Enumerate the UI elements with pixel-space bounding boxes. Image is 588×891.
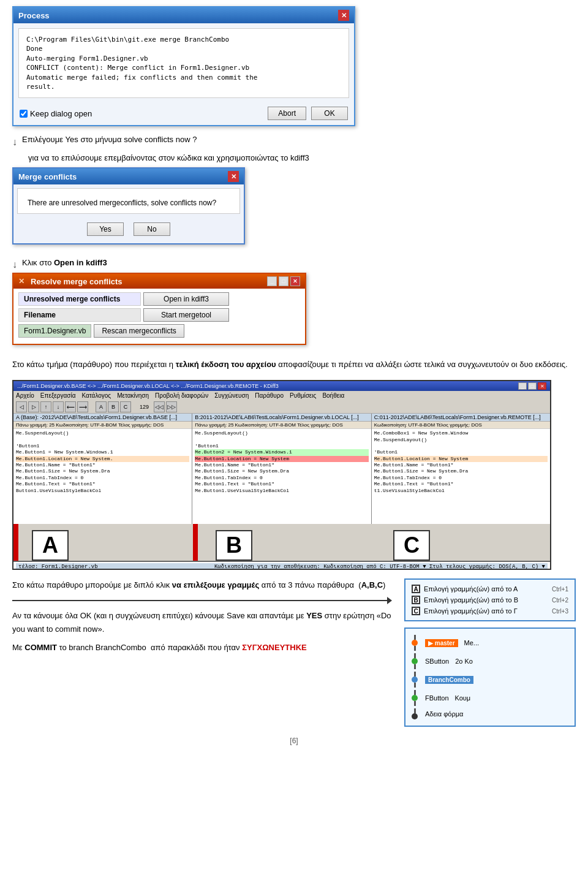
branch-line-bottom [414, 646, 416, 651]
keep-dialog-open-label: Keep dialog open [30, 109, 92, 118]
branch-connector-e [412, 708, 418, 719]
open-kdiff-button[interactable]: Open in kdiff3 [143, 292, 229, 306]
resolve-title: Resolve merge conflicts [31, 277, 263, 286]
code-line-conflict: Me.Button1.Location = New System [195, 456, 368, 462]
text-section-1: ↓ Επιλέγουμε Yes στο μήνυμα solve confli… [0, 126, 588, 153]
process-dialog-section: Process ✕ C:\Program Files\Git\bin\git.e… [0, 0, 588, 126]
toolbar-btn-7[interactable]: A [96, 401, 107, 412]
code-line: 'Button1 [374, 449, 548, 455]
kdiff-pane-c-code: Me.ComboBox1 = New System.Window Me.Susp… [372, 429, 550, 495]
toolbar-btn-8[interactable]: B [108, 401, 119, 412]
code-line [374, 443, 548, 449]
resolve-filename-header-row: Filename Start mergetool [18, 308, 300, 322]
toolbar-btn-6[interactable]: ⟶ [77, 401, 88, 412]
menu-catalog[interactable]: Κατάλογος [81, 392, 111, 399]
branch-line-bc-bottom [414, 683, 416, 688]
lower-yes: YES [306, 611, 322, 620]
toolbar-btn-4[interactable]: ↓ [53, 401, 64, 412]
branch-master-extra: Me... [464, 639, 479, 646]
maximize-icon[interactable]: □ [279, 276, 288, 286]
toolbar-btn-5[interactable]: ⟵ [65, 401, 76, 412]
branch-dot-e [412, 713, 418, 719]
lower-columns: Στο κάτω παράθυρο μπορούμε με διπλό κλικ… [0, 575, 588, 730]
lower-bold-1: να επιλέξουμε γραμμές [172, 580, 259, 590]
code-line: Me.Button1.Name = "Button1" [374, 462, 548, 468]
code-line: Me.Button1.Size = New System.Dra [374, 468, 548, 474]
keep-dialog-open-checkbox[interactable] [20, 110, 28, 118]
abort-button[interactable]: Abort [268, 107, 306, 120]
merge-conflicts-close-button[interactable]: ✕ [228, 171, 239, 182]
ok-button[interactable]: OK [311, 107, 348, 120]
kdiff-pane-b-code: Me.SuspendLayout() 'Button1 Me.Button2 =… [192, 429, 371, 495]
kdiff-pane-a: A (Base): -2012\ADE\AB\TestLocals\Form1.… [13, 414, 192, 524]
menu-help[interactable]: Βοήθεια [322, 392, 344, 399]
process-dialog-body: C:\Program Files\Git\bin\git.exe merge B… [18, 28, 349, 98]
branch-row-empty: Αδεια φόρμα [412, 707, 568, 721]
code-line: Me.Button1.Text = "Button1" [16, 481, 189, 487]
branch-line-s-bottom [414, 664, 416, 669]
branch-row-master: ▶ master Me... [412, 634, 568, 652]
branch-line-e-top [414, 708, 416, 713]
branch-dot-f [412, 695, 418, 701]
text2-full: για να το επιλύσουμε επεμβαίνοντας στον … [28, 153, 309, 162]
code-line: Me.Button1.Name = "Button1" [195, 462, 368, 468]
menu-file[interactable]: Αρχείο [16, 392, 34, 399]
rescan-button[interactable]: Rescan mergeconflicts [94, 324, 184, 338]
code-line: Me.Button1.Name = "Button1" [16, 462, 189, 468]
code-line: Me.Button1.Text = "Button1" [374, 481, 548, 487]
resolve-dialog: ✕ Resolve merge conflicts _ □ ✕ Unresolv… [12, 273, 306, 345]
code-line: 'Button1 [195, 443, 368, 449]
bottom-header-mid: Κωδικοποίηση για την αποθήκευση: Κωδικοπ… [214, 564, 545, 570]
branch-empty-label: Αδεια φόρμα [425, 710, 463, 718]
toolbar-btn-9[interactable]: C [120, 401, 131, 412]
merge-no-button[interactable]: No [134, 222, 170, 236]
branch-diagram: ▶ master Me... SButton 2ο Κο BranchCom [404, 627, 576, 727]
toolbar-btn-2[interactable]: ▷ [28, 401, 39, 412]
kdiff-maximize[interactable]: □ [528, 382, 537, 390]
toolbar-btn-1[interactable]: ◁ [16, 401, 27, 412]
code-line: 'Button1 [16, 443, 189, 449]
resolve-subtitle: Unresolved merge conflicts [18, 292, 141, 306]
kdiff-pane-c: C:011-2012\ADE\LAB6\TestLocals\Form1.Des… [372, 414, 550, 524]
menu-edit[interactable]: Επεξεργασία [40, 392, 76, 399]
kdiff-close[interactable]: ✕ [538, 382, 546, 390]
resolve-x-icon: ✕ [18, 277, 24, 286]
lower-commit: COMMIT [24, 643, 57, 652]
branch-connector-bc [412, 672, 418, 688]
branch-fbutton-label: FButton [425, 694, 449, 702]
menu-move[interactable]: Μετακίνηση [117, 392, 149, 399]
code-line: Me.Button1 = New System.Windows.1 [16, 449, 189, 455]
start-mergetool-button[interactable]: Start mergetool [143, 308, 229, 322]
menu-merge[interactable]: Συγχώνευση [214, 392, 249, 399]
click-section: ↓ Κλικ στο Open in kdiff3 [0, 252, 588, 273]
resolve-close-icon[interactable]: ✕ [290, 276, 300, 286]
selection-table: A Επιλογή γραμμής(ών) από το Α Ctrl+1 B … [404, 578, 576, 621]
sel-box-c: C [412, 607, 420, 615]
sel-box-a: A [412, 585, 420, 593]
resolve-window-controls: _ □ ✕ [267, 276, 300, 286]
arrow-line-1 [12, 597, 392, 604]
branch-fbutton-extra: Κουμ [455, 694, 471, 702]
menu-settings[interactable]: Ρυθμίσεις [290, 392, 316, 399]
page-number-text: [6] [290, 737, 298, 745]
lower-right-panel: A Επιλογή γραμμής(ών) από το Α Ctrl+1 B … [404, 578, 576, 727]
kdiff-pane-a-header: A (Base): -2012\ADE\AB\TestLocals\Form1.… [13, 414, 192, 422]
merge-yes-button[interactable]: Yes [87, 222, 124, 236]
menu-window[interactable]: Παράθυρο [255, 392, 284, 399]
code-line: Me.SuspendLayout() [195, 430, 368, 436]
conflict-marker-b [193, 524, 198, 561]
toolbar-btn-10[interactable]: ◁◁ [154, 401, 165, 412]
toolbar-btn-11[interactable]: ▷▷ [166, 401, 177, 412]
toolbar-num: 129 [140, 404, 149, 410]
branch-master-label: ▶ master [425, 639, 458, 647]
minimize-icon[interactable]: _ [267, 276, 277, 286]
toolbar-btn-3[interactable]: ↑ [40, 401, 51, 412]
click-text-bold: Open in kdiff3 [54, 258, 107, 267]
sel-text-a: Επιλογή γραμμής(ών) από το Α [424, 585, 548, 593]
branch-sbutton-extra: 2ο Κο [455, 658, 473, 665]
menu-view[interactable]: Προβολή διαφορών [155, 392, 208, 399]
kdiff-minimize[interactable]: _ [518, 382, 527, 390]
code-line: Me.Button1.UseVisualStyleBackCol [195, 488, 368, 494]
code-line [195, 437, 368, 443]
process-dialog-close-button[interactable]: ✕ [338, 10, 349, 21]
